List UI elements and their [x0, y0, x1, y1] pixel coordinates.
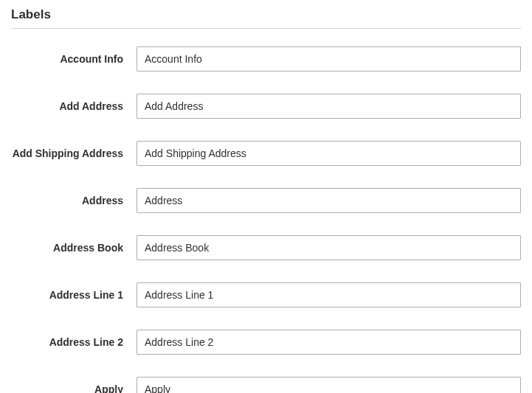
field-row-address: Address — [11, 188, 521, 213]
field-row-address-book: Address Book — [11, 235, 521, 260]
field-input-address[interactable] — [137, 188, 521, 213]
field-label: Address — [11, 188, 137, 208]
field-input-add-address[interactable] — [137, 94, 521, 119]
field-input-add-shipping-address[interactable] — [137, 141, 521, 166]
field-input-account-info[interactable] — [137, 46, 521, 72]
field-label: Add Address — [11, 94, 137, 114]
field-row-add-shipping-address: Add Shipping Address — [11, 141, 521, 166]
field-label: Account Info — [11, 46, 137, 66]
section-title: Labels — [11, 7, 521, 29]
field-input-apply[interactable] — [137, 377, 521, 393]
field-row-address-line-1: Address Line 1 — [11, 282, 521, 307]
field-input-address-line-1[interactable] — [137, 282, 521, 307]
field-input-address-line-2[interactable] — [137, 330, 521, 355]
field-row-account-info: Account Info — [11, 46, 521, 72]
field-row-apply: Apply — [11, 377, 521, 393]
field-label: Add Shipping Address — [11, 141, 137, 161]
field-label: Apply — [11, 377, 137, 393]
field-label: Address Line 1 — [11, 282, 137, 302]
field-label: Address Book — [11, 235, 137, 255]
field-row-add-address: Add Address — [11, 94, 521, 119]
field-input-address-book[interactable] — [137, 235, 521, 260]
field-label: Address Line 2 — [11, 330, 137, 349]
field-row-address-line-2: Address Line 2 — [11, 330, 521, 355]
